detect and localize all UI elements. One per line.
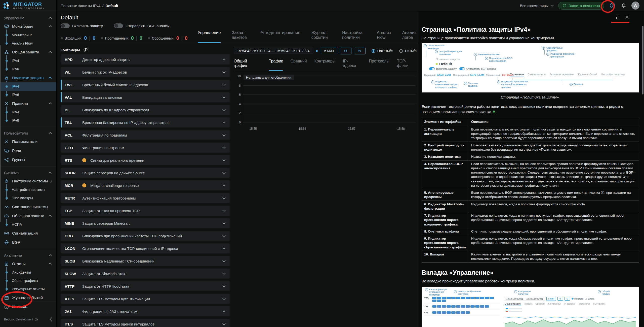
sidebar-item-cloud-protection[interactable]: Облачная защита bbox=[0, 211, 56, 220]
chart-tab-traffic[interactable]: Трафик bbox=[269, 59, 283, 71]
tab-event-log[interactable]: Журнал событий bbox=[311, 30, 331, 43]
radio-bits-per-sec[interactable]: Биты/с bbox=[399, 49, 417, 53]
cm-card-slob[interactable]: SLOBБлокировка медленных TCP-соединений bbox=[61, 256, 230, 266]
cm-card-geo[interactable]: GEOФильтрация по странам bbox=[61, 143, 230, 153]
cm-code: LCON bbox=[65, 246, 81, 251]
toggle-enable-protection[interactable]: Включить защиту bbox=[61, 23, 103, 28]
policy-toggles: Включить защитуОтправлять BGP-анонсы bbox=[61, 23, 418, 28]
sidebar-subitem-general-protection-ipv6[interactable]: IPv6 bbox=[0, 65, 56, 73]
cm-card-slow[interactable]: SLOWЗащита от Slowloris атак bbox=[61, 269, 230, 279]
cm-card-rts[interactable]: RTSСигнатуры реального времени bbox=[61, 155, 230, 165]
eye-off-icon[interactable] bbox=[83, 47, 88, 52]
sidebar-subitem-rules-ipv4[interactable]: IPv4 bbox=[0, 108, 56, 116]
sidebar-item-users[interactable]: Пользователи bbox=[0, 137, 56, 146]
time-range-input[interactable]: 15:54:42 26.01.2024 — 15:59:42 26.01.202… bbox=[234, 48, 313, 54]
chart-tab-protocols[interactable]: Протоколы bbox=[369, 59, 389, 71]
sidebar-item-protection-policies[interactable]: Политики защиты bbox=[0, 73, 56, 82]
cm-card-wl[interactable]: WLБелый список IP-адресов bbox=[61, 67, 230, 77]
sidebar-item-event-log[interactable]: Журнал событий bbox=[0, 293, 56, 302]
sidebar-subitem-cloud-protection--[interactable]: НСПА bbox=[0, 220, 56, 229]
cm-card-crb[interactable]: CRBБлокировка при превышении частоты TCP… bbox=[61, 231, 230, 241]
notifications-bell-icon[interactable] bbox=[621, 3, 626, 8]
chart-tab-average[interactable]: Средний bbox=[290, 59, 307, 71]
cm-card-itls[interactable]: ITLSЗащита TLS методом оценки интервалов bbox=[61, 319, 230, 327]
tab-log-analysis[interactable]: Анализ логов bbox=[402, 30, 418, 43]
cm-card-http[interactable]: HTTPЗащита от HTTP flood атак bbox=[61, 281, 230, 291]
sidebar-item-monitoring[interactable]: Мониторинг bbox=[0, 22, 56, 31]
instances-dropdown[interactable]: Все экземпляры bbox=[520, 4, 553, 8]
sidebar-item-system-state[interactable]: Состояние системы bbox=[0, 202, 56, 211]
tab-management[interactable]: Управление bbox=[198, 30, 221, 43]
sidebar-subitem-reports--[interactable]: Сброс трафика bbox=[0, 277, 56, 285]
cm-card-ja3[interactable]: JA3Фильтрация по JA3-отпечаткам bbox=[61, 306, 230, 316]
cm-card-tbl[interactable]: TBLВременная блокировка по IP-адресу отп… bbox=[61, 117, 230, 127]
cm-card-retr[interactable]: RETRАутентификация повторением bbox=[61, 193, 230, 203]
y-tick-label: 10 bbox=[234, 75, 241, 78]
sidebar-subitem-rules-ipv6[interactable]: IPv6 bbox=[0, 116, 56, 125]
protection-status-button[interactable]: Защита включена bbox=[558, 2, 605, 10]
cm-name: Mitigator challenge-response bbox=[90, 183, 221, 188]
undo-button[interactable]: ↺ bbox=[340, 48, 351, 54]
sidebar-item-system-settings[interactable]: Настройка системы bbox=[0, 177, 56, 186]
cm-card-lcon[interactable]: LCONОграничение количества TCP-соединени… bbox=[61, 243, 230, 253]
tab-packet-capture[interactable]: Захват пакетов bbox=[232, 30, 249, 43]
sidebar-section-users[interactable]: Пользователи bbox=[0, 129, 56, 137]
sidebar-subitem-reports--[interactable]: Регулярные отчеты bbox=[0, 285, 56, 293]
cm-card-bl[interactable]: BLБлокировка по IP-адресу отправителя bbox=[61, 105, 230, 115]
tab-autodetection[interactable]: Автодетектирование bbox=[261, 30, 300, 43]
cm-card-twl[interactable]: TWLВременный белый список IP-адресов bbox=[61, 80, 230, 90]
sidebar-section-analytics[interactable]: Аналитика bbox=[0, 252, 56, 259]
breadcrumb[interactable]: Политики защиты IPv4 / Default bbox=[61, 4, 118, 8]
sidebar-subitem-system-settings--[interactable]: Настройка системы bbox=[0, 186, 56, 194]
pin-unlock-icon[interactable] bbox=[615, 15, 620, 20]
cm-card-sour[interactable]: SOURЗащита серверов на движке Source bbox=[61, 168, 230, 178]
cm-card-mine[interactable]: MINEЗащита серверов Minecraft bbox=[61, 218, 230, 228]
radio-packets-per-sec[interactable]: Пакеты/с bbox=[372, 49, 393, 53]
sidebar-section-management[interactable]: Управление bbox=[0, 14, 56, 22]
mini-legend-row bbox=[506, 311, 522, 312]
sidebar-item-rules[interactable]: Правила bbox=[0, 99, 56, 108]
cm-card-mcr[interactable]: MCRMitigator challenge-response bbox=[61, 180, 230, 190]
sidebar-item-general-protection[interactable]: Общая защита bbox=[0, 48, 56, 57]
tab-policy-settings[interactable]: Настройка политики bbox=[342, 30, 366, 43]
help-table-header: Описание bbox=[469, 118, 639, 126]
cm-card-hpd[interactable]: HPDДетектор адресной защиты bbox=[61, 54, 230, 64]
sidebar-subitem-system-settings--[interactable]: Экземпляры bbox=[0, 194, 56, 202]
cm-card-acl[interactable]: ACLФильтрация по правилам bbox=[61, 130, 230, 140]
sidebar-item-bgp[interactable]: BGP bbox=[0, 238, 56, 247]
breadcrumb-path[interactable]: Политики защиты IPv4 bbox=[61, 4, 100, 8]
sidebar-item-help[interactable]: ? Помощь bbox=[0, 302, 56, 312]
sidebar-subitem-protection-policies-ipv4[interactable]: IPv4 bbox=[0, 82, 56, 91]
table-cell-element: 9. Индикатор превышения порога сбрасывае… bbox=[422, 235, 469, 251]
chart-tab-overall-chart[interactable]: Общий график bbox=[234, 59, 261, 71]
sidebar-subitem-monitoring--[interactable]: Мониторинг bbox=[0, 31, 56, 39]
chart-tab-tcp-flags[interactable]: TCP-флаги bbox=[397, 59, 418, 71]
topbar-help-icon[interactable]: ? bbox=[609, 2, 616, 9]
cm-card-atls[interactable]: ATLSЗащита TLS методом аутентификации bbox=[61, 294, 230, 304]
sidebar-subitem-protection-policies-ipv6[interactable]: IPv6 bbox=[0, 91, 56, 99]
interval-button[interactable]: 5 мин bbox=[321, 48, 337, 54]
toggle-send-bgp-announces[interactable]: Отправлять BGP-анонсы bbox=[114, 23, 170, 28]
cm-card-val[interactable]: VALВалидация заголовков bbox=[61, 92, 230, 102]
sidebar-subitem-general-protection-ipv4[interactable]: IPv4 bbox=[0, 57, 56, 65]
tab-flow-analysis[interactable]: Анализ Flow bbox=[377, 30, 391, 43]
sidebar-scrollbar[interactable] bbox=[0, 45, 1, 222]
sidebar-subitem-monitoring--flow[interactable]: Анализ Flow bbox=[0, 39, 56, 48]
cm-code: HTTP bbox=[65, 284, 81, 288]
user-avatar[interactable]: A bbox=[631, 2, 639, 10]
chart-tab-countermeasures[interactable]: Контрмеры bbox=[314, 59, 336, 71]
counter-value-peak: 0 bbox=[93, 35, 95, 41]
sidebar-section-system[interactable]: Система bbox=[0, 169, 56, 177]
sidebar-item-reports[interactable]: Отчеты bbox=[0, 259, 56, 268]
sidebar-item-groups[interactable]: Группы bbox=[0, 155, 56, 164]
cm-card-tcp[interactable]: TCPЗащита от атак на протокол TCP bbox=[61, 206, 230, 216]
sidebar-item-roles[interactable]: Роли bbox=[0, 146, 56, 155]
help-panel-scrollbar[interactable] bbox=[642, 26, 643, 94]
sidebar-item-signaling[interactable]: Сигнализация bbox=[0, 229, 56, 238]
chart-tab-ip-addresses[interactable]: IP-адреса bbox=[343, 59, 361, 71]
table-row: 1. Переключатель активацииЕсли переключа… bbox=[422, 126, 639, 142]
sidebar-subitem-reports--[interactable]: Инциденты bbox=[0, 268, 56, 277]
chevron-down-icon bbox=[222, 171, 226, 174]
refresh-button[interactable]: ↻ bbox=[354, 48, 366, 54]
close-icon[interactable] bbox=[625, 15, 629, 20]
